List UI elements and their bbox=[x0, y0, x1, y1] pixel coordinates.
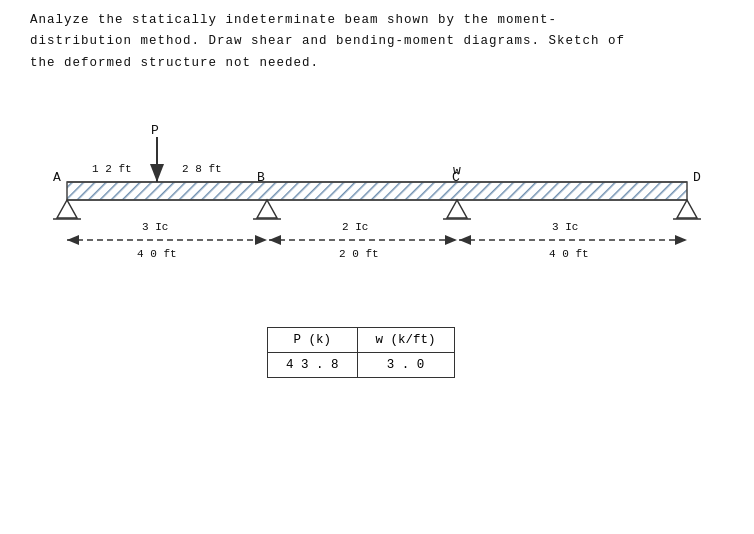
text-line2: distribution method. Draw shear and bend… bbox=[30, 31, 724, 52]
col1-value: 4 3 . 8 bbox=[268, 352, 358, 377]
support-C bbox=[447, 200, 467, 218]
dim-AB: 4 0 ft bbox=[137, 248, 177, 260]
support-B bbox=[257, 200, 277, 218]
col1-header: P (k) bbox=[268, 327, 358, 352]
svg-marker-11 bbox=[445, 235, 457, 245]
support-A bbox=[57, 200, 77, 218]
label-B: B bbox=[257, 170, 265, 185]
col2-value: 3 . 0 bbox=[357, 352, 454, 377]
label-A: A bbox=[53, 170, 61, 185]
col2-header: w (k/ft) bbox=[357, 327, 454, 352]
label-P: P bbox=[151, 123, 159, 138]
svg-marker-7 bbox=[150, 164, 164, 182]
dim-BC: 2 0 ft bbox=[339, 248, 379, 260]
text-line3: the deformed structure not needed. bbox=[30, 53, 724, 74]
beam-body bbox=[67, 182, 687, 200]
label-28ft: 2 8 ft bbox=[182, 163, 222, 175]
svg-marker-12 bbox=[459, 235, 471, 245]
data-table: P (k) w (k/ft) 4 3 . 8 3 . 0 bbox=[267, 327, 487, 378]
stiffness-BC: 2 Ic bbox=[342, 221, 368, 233]
dim-CD: 4 0 ft bbox=[549, 248, 589, 260]
svg-marker-13 bbox=[675, 235, 687, 245]
stiffness-AB: 3 Ic bbox=[142, 221, 168, 233]
diagram-area: A B C D P w 1 2 ft 2 8 ft 3 Ic 2 Ic 3 Ic… bbox=[37, 92, 717, 312]
label-12ft: 1 2 ft bbox=[92, 163, 132, 175]
problem-statement: Analyze the statically indeterminate bea… bbox=[30, 10, 724, 74]
svg-marker-8 bbox=[67, 235, 79, 245]
label-D: D bbox=[693, 170, 701, 185]
svg-marker-10 bbox=[269, 235, 281, 245]
stiffness-CD: 3 Ic bbox=[552, 221, 578, 233]
text-line1: Analyze the statically indeterminate bea… bbox=[30, 10, 724, 31]
support-D bbox=[677, 200, 697, 218]
label-w: w bbox=[453, 163, 461, 178]
beam-diagram: A B C D P w 1 2 ft 2 8 ft 3 Ic 2 Ic 3 Ic… bbox=[37, 92, 717, 312]
svg-marker-9 bbox=[255, 235, 267, 245]
